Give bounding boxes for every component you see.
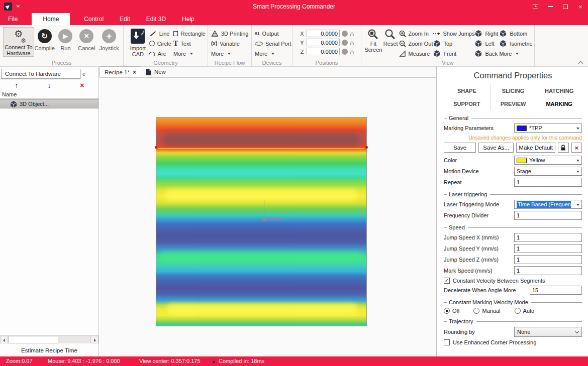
arc-tool[interactable]: Arc <box>149 49 173 58</box>
marking-preview-heatmap[interactable] <box>156 117 367 326</box>
discard-button[interactable]: × <box>571 143 582 153</box>
ribbon-group-recipe-flow: 3D Printing (x)Variable More Recipe Flow <box>208 25 252 66</box>
status-mouse: Mouse: 9.403 : -1.976 : 0.000 <box>48 358 120 364</box>
output-button[interactable]: 01Output <box>255 29 291 38</box>
move-up-button[interactable]: ↑ <box>0 81 33 89</box>
laser-triggering-mode-dropdown[interactable]: Time Based (Frequency Di <box>514 200 582 209</box>
tab-shape[interactable]: SHAPE <box>444 84 490 97</box>
delete-item-button[interactable]: × <box>66 81 99 89</box>
make-default-button[interactable]: Make Default <box>516 143 555 153</box>
tab-marking[interactable]: MARKING <box>536 97 582 110</box>
constant-velocity-checkbox[interactable]: ✓ <box>444 278 450 284</box>
cube-top-icon <box>433 40 441 48</box>
left-handle-dot[interactable] <box>155 146 157 149</box>
rounding-by-select[interactable]: None <box>514 327 582 337</box>
menu-home[interactable]: Home <box>32 13 70 25</box>
jump-speed-y-input[interactable] <box>514 244 582 253</box>
tab-hatching[interactable]: HATCHING <box>536 84 582 97</box>
menu-control[interactable]: Control <box>76 13 112 25</box>
jump-speed-z-input[interactable] <box>514 255 582 264</box>
position-y-input[interactable] <box>307 39 340 46</box>
home-y-button[interactable]: ⌂ <box>350 40 354 46</box>
save-as-button[interactable]: Save As... <box>478 143 514 153</box>
menu-help[interactable]: Help <box>174 13 203 25</box>
tab-preview[interactable]: PREVIEW <box>490 97 536 110</box>
enhanced-corner-checkbox[interactable] <box>444 339 450 345</box>
marking-parameters-dropdown[interactable]: *TPP <box>514 124 582 133</box>
view-more-button[interactable]: More <box>499 49 532 58</box>
rectangle-tool[interactable]: Rectangle <box>173 29 206 38</box>
radio-auto[interactable]: Auto <box>515 308 535 314</box>
home-x-button[interactable]: ⌂ <box>350 31 354 37</box>
variable-button[interactable]: (x)Variable <box>211 39 248 48</box>
fit-screen-icon <box>367 29 379 41</box>
import-cad-button[interactable]: Import CAD <box>127 27 149 57</box>
text-tool[interactable]: TText <box>173 39 206 48</box>
devices-more-button[interactable]: More <box>255 49 291 58</box>
view-bottom-button[interactable]: Bottom <box>499 29 532 38</box>
mark-speed-input[interactable] <box>514 266 582 275</box>
status-dot-icon <box>342 40 348 46</box>
radio-manual[interactable]: Manual <box>473 308 500 314</box>
radio-off[interactable]: Off <box>444 308 459 314</box>
close-tab-icon[interactable]: × <box>133 69 136 76</box>
jump-speed-x-label: Jump Speed X (mm/s) <box>444 234 514 240</box>
jump-speed-x-input[interactable] <box>514 233 582 242</box>
tab-new[interactable]: New <box>141 66 170 77</box>
position-x-input[interactable] <box>307 30 340 37</box>
scroll-left-button[interactable] <box>0 336 8 343</box>
radio-icon <box>515 308 521 314</box>
scroll-right-button[interactable] <box>90 336 99 343</box>
repeat-input[interactable] <box>514 178 582 187</box>
scrollbar-thumb[interactable] <box>8 336 58 343</box>
connect-to-hardware-button[interactable]: ⚙⚙ Connect To Hardware <box>3 27 34 57</box>
compiled-triangle-icon: ▲ <box>211 358 216 364</box>
zoom-in-button[interactable]: Zoom In <box>399 29 433 38</box>
lock-button[interactable] <box>558 143 568 153</box>
right-handle-dot[interactable] <box>365 146 368 149</box>
joystick-button[interactable]: + Joystick <box>97 27 121 51</box>
recipe-flow-more-button[interactable]: More <box>211 49 248 58</box>
fit-screen-button[interactable]: Fit Screen <box>364 27 382 53</box>
zoom-out-button[interactable]: Zoom Out <box>399 39 433 48</box>
view-top-button[interactable]: Top <box>433 39 474 48</box>
tree-item-3d-object[interactable]: 3D Object... <box>0 99 99 108</box>
motion-device-dropdown[interactable]: Stage <box>514 167 582 176</box>
position-z-input[interactable] <box>307 48 340 55</box>
line-tool[interactable]: Line <box>149 29 173 38</box>
collapse-ribbon-button[interactable] <box>579 60 583 64</box>
lock-icon <box>560 144 566 151</box>
cube-back-icon <box>474 50 482 58</box>
compile-button[interactable]: ↻ Compile <box>34 27 55 51</box>
view-isometric-button[interactable]: Isometric <box>499 39 532 48</box>
3d-printing-button[interactable]: 3D Printing <box>211 29 248 38</box>
show-jumps-button[interactable]: Show Jumps <box>433 29 474 38</box>
view-back-button[interactable]: Back <box>474 49 499 58</box>
geometry-more-button[interactable]: More <box>173 49 206 58</box>
serial-port-button[interactable]: Serial Port <box>255 39 291 48</box>
cancel-button[interactable]: × Cancel <box>76 27 97 51</box>
color-dropdown[interactable]: Yellow <box>514 156 582 165</box>
tab-support[interactable]: SUPPORT <box>444 97 490 110</box>
decelerate-angle-input[interactable] <box>530 286 582 295</box>
tab-recipe-1[interactable]: Recipe 1* × <box>100 66 141 77</box>
home-z-button[interactable]: ⌂ <box>350 49 354 55</box>
view-right-button[interactable]: Right <box>474 29 499 38</box>
ribbon-group-positions: X ⌂ Y ⌂ Z ⌂ Positions <box>292 25 361 66</box>
run-button[interactable]: ▶ Run <box>55 27 76 51</box>
circle-tool[interactable]: Circle <box>149 39 173 48</box>
tab-slicing[interactable]: SLICING <box>490 84 536 97</box>
axis-y-label: Y <box>300 40 305 46</box>
reset-view-button[interactable]: Reset <box>382 27 399 47</box>
move-down-button[interactable]: ↓ <box>33 81 65 89</box>
view-left-button[interactable]: Left <box>474 39 499 48</box>
measure-button[interactable]: Measure <box>399 49 433 58</box>
view-front-button[interactable]: Front <box>433 49 474 58</box>
estimate-recipe-time-button[interactable]: Estimate Recipe Time <box>0 347 99 353</box>
frequency-divider-input[interactable] <box>514 211 582 220</box>
menu-edit[interactable]: Edit <box>112 13 138 25</box>
save-button[interactable]: Save <box>444 143 476 153</box>
menu-file[interactable]: File <box>0 13 26 25</box>
menu-edit3d[interactable]: Edit 3D <box>138 13 174 25</box>
horizontal-scrollbar[interactable] <box>0 335 99 343</box>
